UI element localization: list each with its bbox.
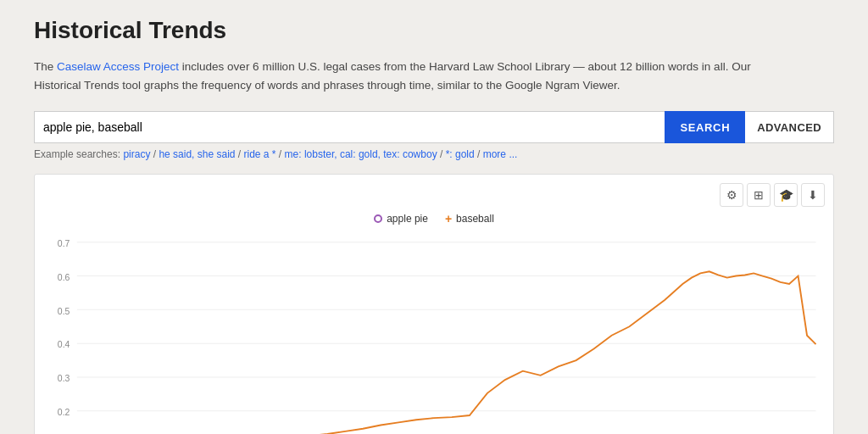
cap-icon[interactable]: 🎓 [774, 183, 798, 207]
trend-chart: 0.7 0.6 0.5 0.4 0.3 0.2 0.1 0 1872 1876 … [43, 229, 825, 434]
chart-toolbar: ⚙ ⊞ 🎓 ⬇ [43, 183, 825, 207]
svg-text:0.2: 0.2 [58, 408, 70, 417]
example-link-gold[interactable]: *: gold [446, 148, 475, 160]
svg-text:0.3: 0.3 [58, 374, 70, 383]
search-row: SEARCH ADVANCED [34, 111, 834, 143]
example-link-piracy[interactable]: piracy [123, 148, 150, 160]
example-link-more[interactable]: more ... [483, 148, 518, 160]
chart-container: ⚙ ⊞ 🎓 ⬇ apple pie + baseball 0.7 0.6 0.5… [34, 174, 834, 434]
advanced-button[interactable]: ADVANCED [745, 111, 834, 143]
gear-icon[interactable]: ⚙ [720, 183, 743, 207]
legend-apple-pie: apple pie [374, 212, 428, 225]
svg-text:0.5: 0.5 [58, 307, 70, 316]
baseball-line [77, 271, 816, 434]
chart-legend: apple pie + baseball [43, 212, 825, 225]
page-description: The Caselaw Access Project includes over… [34, 58, 797, 94]
table-icon[interactable]: ⊞ [747, 183, 771, 207]
examples-row: Example searches: piracy / he said, she … [34, 148, 834, 160]
svg-text:0.4: 0.4 [58, 341, 70, 350]
example-link-ridea[interactable]: ride a * [244, 148, 276, 160]
legend-circle-apple-pie [374, 214, 382, 223]
download-icon[interactable]: ⬇ [801, 183, 825, 207]
search-input[interactable] [34, 111, 665, 143]
page-title: Historical Trends [34, 17, 834, 44]
search-button[interactable]: SEARCH [665, 111, 745, 143]
example-link-hesaid[interactable]: he said, she said [159, 148, 235, 160]
example-link-me[interactable]: me: lobster, cal: gold, tex: cowboy [285, 148, 437, 160]
legend-plus-baseball: + [445, 212, 452, 225]
caselaw-link[interactable]: Caselaw Access Project [57, 60, 179, 73]
svg-text:0.7: 0.7 [58, 239, 70, 248]
legend-baseball: + baseball [445, 212, 494, 225]
svg-text:0.6: 0.6 [58, 273, 70, 282]
